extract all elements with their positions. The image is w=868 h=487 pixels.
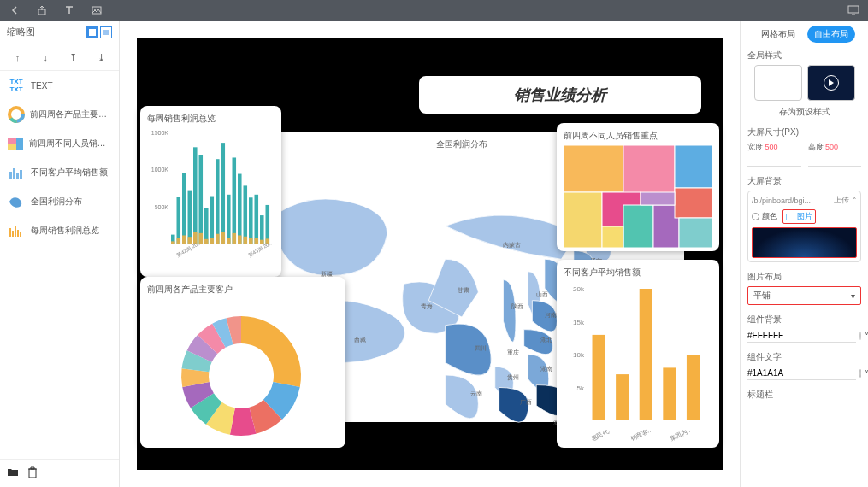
- width-input[interactable]: [747, 153, 801, 167]
- img-layout-select[interactable]: 平铺▾: [747, 286, 861, 305]
- svg-text:广西: 广西: [520, 399, 532, 405]
- svg-rect-10: [8, 144, 16, 150]
- title-card[interactable]: 销售业绩分析: [419, 76, 701, 114]
- svg-rect-34: [199, 233, 204, 244]
- dashboard-title: 销售业绩分析: [428, 85, 693, 105]
- comp-text-input[interactable]: [747, 367, 856, 380]
- svg-rect-37: [210, 197, 215, 244]
- view-list-icon[interactable]: [100, 26, 112, 38]
- svg-text:20k: 20k: [573, 285, 585, 293]
- chevron-up-icon[interactable]: ˄: [853, 197, 857, 205]
- image-tool-icon[interactable]: [89, 3, 104, 18]
- sidebar-item-4[interactable]: 全国利润分布: [0, 187, 119, 216]
- bg-color-option[interactable]: 颜色: [752, 211, 777, 222]
- donut-card[interactable]: 前四周各产品主要客户: [140, 277, 345, 448]
- component-icon: [7, 192, 26, 211]
- treemap-chart: [564, 145, 712, 248]
- sidebar-item-3[interactable]: 不同客户平均销售额: [0, 158, 119, 187]
- svg-rect-17: [15, 226, 16, 237]
- bg-path-text: /bi/pinboard/bgi...: [752, 197, 830, 205]
- svg-rect-41: [221, 143, 226, 244]
- screen-bg-label: 大屏背景: [747, 175, 861, 187]
- svg-rect-3: [848, 6, 859, 13]
- component-label: 每周销售利润总览: [31, 225, 99, 237]
- move-top-icon[interactable]: ⤒: [66, 50, 81, 65]
- svg-rect-9: [16, 138, 23, 150]
- component-label: 全国利润分布: [31, 196, 82, 208]
- svg-rect-105: [679, 218, 712, 248]
- svg-rect-11: [9, 172, 12, 179]
- svg-rect-25: [177, 197, 181, 244]
- svg-text:四川: 四川: [475, 345, 487, 351]
- svg-rect-48: [238, 235, 242, 244]
- sidebar-item-2[interactable]: 前四周不同人员销售重点: [0, 129, 119, 158]
- svg-text:销商客...: 销商客...: [629, 426, 652, 442]
- svg-rect-4: [89, 29, 96, 36]
- dashboard-canvas[interactable]: 销售业绩分析 每周销售利润总览 500K1000K1500K第42周 20..第…: [137, 38, 723, 470]
- view-grid-icon[interactable]: [86, 26, 98, 38]
- card-title: 前四周各产品主要客户: [147, 284, 339, 296]
- upload-button[interactable]: 上传: [834, 195, 849, 206]
- svg-rect-49: [244, 185, 248, 244]
- comp-bg-input[interactable]: [747, 329, 856, 343]
- color-swatch[interactable]: [859, 369, 861, 378]
- svg-rect-13: [16, 173, 19, 179]
- bg-image-option[interactable]: 图片: [782, 209, 816, 224]
- delete-icon[interactable]: [27, 466, 38, 480]
- sidebar: 缩略图 ↑ ↓ ⤒ ⤓ TXTTXTTEXT前四周各产品主要客户前四周不同人员销…: [0, 21, 120, 487]
- folder-icon[interactable]: [7, 466, 19, 480]
- card-title: 每周销售利润总览: [147, 113, 275, 125]
- sidebar-item-1[interactable]: 前四周各产品主要客户: [0, 100, 119, 129]
- present-icon[interactable]: [846, 3, 861, 18]
- weekly-profit-card[interactable]: 每周销售利润总览 500K1000K1500K第42周 20..第43周 20.…: [140, 106, 281, 277]
- svg-rect-103: [675, 188, 712, 218]
- back-button[interactable]: [7, 3, 22, 18]
- component-icon: [7, 163, 26, 182]
- svg-text:山西: 山西: [536, 291, 548, 297]
- color-swatch[interactable]: [859, 332, 861, 340]
- preset-light[interactable]: [754, 65, 802, 101]
- sidebar-item-0[interactable]: TXTTXTTEXT: [0, 71, 119, 100]
- chevron-down-icon[interactable]: ˅: [865, 332, 868, 341]
- svg-rect-101: [623, 205, 653, 248]
- layout-free-tab[interactable]: 自由布局: [807, 26, 855, 43]
- treemap-card[interactable]: 前四周不同人员销售重点: [557, 123, 719, 251]
- preset-dark[interactable]: [807, 65, 855, 101]
- svg-rect-55: [260, 215, 264, 244]
- bar-chart: 5k10k15k20k惠民代...销商客...集团内...: [564, 282, 712, 444]
- move-up-icon[interactable]: ↑: [9, 50, 25, 65]
- chevron-down-icon[interactable]: ˅: [865, 369, 868, 378]
- properties-panel: 网格布局 自由布局 全局样式 存为预设样式 大屏尺寸(PX) 宽度 500 高: [740, 21, 868, 487]
- avg-sales-card[interactable]: 不同客户平均销售额 5k10k15k20k惠民代...销商客...集团内...: [557, 260, 719, 448]
- export-icon[interactable]: [34, 3, 50, 18]
- svg-rect-45: [233, 157, 237, 244]
- comp-bg-label: 组件背景: [747, 314, 861, 326]
- svg-text:湖南: 湖南: [540, 366, 552, 372]
- svg-rect-51: [249, 197, 253, 244]
- bg-thumbnail[interactable]: [752, 227, 857, 258]
- layout-grid-tab[interactable]: 网格布局: [754, 26, 802, 43]
- svg-rect-19: [20, 232, 21, 237]
- move-bottom-icon[interactable]: ⤓: [94, 50, 109, 65]
- svg-rect-36: [204, 239, 209, 244]
- text-tool-icon[interactable]: [62, 3, 77, 18]
- move-down-icon[interactable]: ↓: [38, 50, 53, 65]
- svg-text:新疆: 新疆: [321, 271, 333, 277]
- sidebar-item-5[interactable]: 每周销售利润总览: [0, 216, 119, 245]
- play-icon: [824, 75, 839, 91]
- svg-text:内蒙古: 内蒙古: [503, 242, 521, 248]
- height-input[interactable]: [808, 153, 862, 167]
- svg-rect-111: [593, 335, 605, 420]
- svg-rect-29: [188, 191, 192, 244]
- svg-rect-46: [233, 233, 237, 244]
- svg-rect-104: [602, 226, 623, 248]
- svg-text:10k: 10k: [573, 351, 585, 359]
- svg-rect-99: [564, 192, 602, 248]
- svg-rect-35: [204, 208, 209, 244]
- svg-rect-114: [663, 367, 676, 420]
- svg-rect-28: [182, 235, 186, 244]
- svg-text:15k: 15k: [573, 319, 585, 326]
- donut-chart: [147, 299, 335, 444]
- component-label: 前四周不同人员销售重点: [29, 138, 113, 150]
- save-preset-button[interactable]: 存为预设样式: [747, 106, 861, 118]
